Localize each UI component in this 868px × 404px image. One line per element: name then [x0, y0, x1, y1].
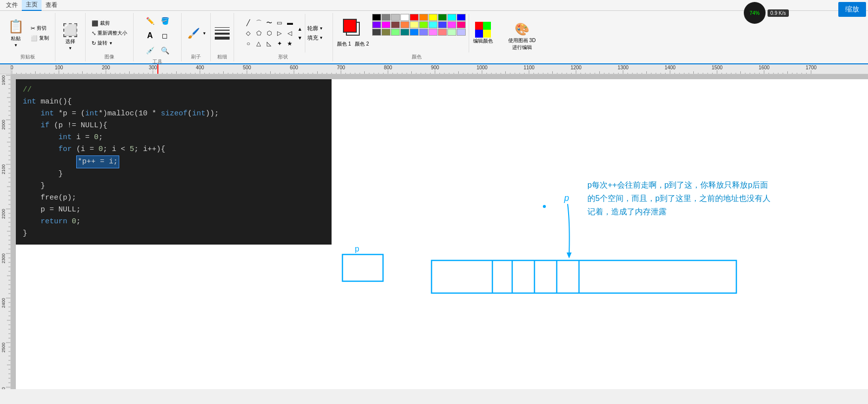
zoom-tool-button[interactable]: 🔍 [158, 44, 172, 57]
text-button[interactable]: A [143, 29, 157, 43]
resize-window-button[interactable]: 缩放 [838, 2, 866, 17]
color-purple[interactable] [372, 21, 381, 28]
code-line-12: } [23, 228, 325, 240]
tri-shape[interactable]: △ [254, 39, 264, 49]
color-blue[interactable] [457, 14, 466, 21]
cut-button[interactable]: ✂剪切 [29, 24, 51, 33]
resize-button[interactable]: ⤡重新调整大小 [90, 29, 129, 38]
color-gray[interactable] [382, 14, 390, 21]
edit-3d-button[interactable]: 🎨 使用图画 3D 进行编辑 [505, 21, 539, 52]
thickness-2[interactable] [215, 30, 230, 31]
p-box [342, 254, 383, 281]
color-darkgray[interactable] [372, 29, 381, 36]
color2-label: 颜色 2 [355, 41, 369, 48]
thickness-1[interactable] [215, 27, 230, 28]
color-lightmagenta[interactable] [447, 21, 456, 28]
select-button[interactable]: ⬜ 选择 ▼ [59, 21, 81, 52]
ribbon-select: ⬜ 选择 ▼ [55, 13, 86, 61]
thickness-4[interactable] [215, 37, 230, 40]
ribbon-shapes: ╱ ⌒ 〜 ▭ ▬ ◇ ⬠ ⬡ ▷ ◁ ○ △ ◺ ✦ ★ ▲ ▼ [234, 13, 333, 61]
curve-shape[interactable]: ⌒ [254, 18, 264, 28]
left-arrow-shape[interactable]: ◁ [285, 28, 295, 38]
canvas-white: // int main(){ int *p = (int*)malloc(10 … [16, 79, 868, 389]
shapes-label: 形状 [278, 52, 288, 60]
scroll-up-shape[interactable]: ▲ [296, 25, 304, 33]
color-lime[interactable] [419, 21, 428, 28]
color-palegreen[interactable] [447, 29, 456, 36]
color-lightpurple[interactable] [429, 29, 437, 36]
color-magenta[interactable] [382, 21, 390, 28]
right-arrow-shape[interactable]: ▷ [275, 28, 285, 38]
color-cyan[interactable] [447, 14, 456, 21]
ribbon: 📋 粘贴 ▼ ✂剪切 ⬜复制 剪贴板 ⬜ 选择 ▼ [0, 11, 868, 64]
rtri-shape[interactable]: ◺ [264, 39, 274, 49]
ribbon-edit3d: 🎨 使用图画 3D 进行编辑 [501, 13, 543, 61]
eraser-button[interactable]: ◻ [158, 29, 172, 43]
crop-button[interactable]: ⬛裁剪 [90, 19, 129, 28]
color-salmon[interactable] [400, 21, 409, 28]
canvas-area[interactable]: // int main(){ int *p = (int*)malloc(10 … [11, 74, 868, 389]
outline-button[interactable]: 轮廓▼ [307, 25, 323, 32]
color-green[interactable] [438, 14, 447, 21]
color-yellow[interactable] [429, 14, 437, 21]
ribbon-colors: 颜色 1 颜色 2 [333, 13, 501, 61]
star5-shape[interactable]: ★ [285, 39, 295, 49]
color-olive[interactable] [382, 29, 390, 36]
color-lightcyan[interactable] [429, 21, 437, 28]
color-lightsalmon[interactable] [438, 29, 447, 36]
color-white[interactable] [400, 14, 409, 21]
color1-label: 颜色 1 [337, 41, 351, 48]
thickness-label: 粗细 [217, 52, 227, 60]
color-orange[interactable] [419, 14, 428, 21]
thickness-3[interactable] [215, 33, 230, 35]
color-lightgreen[interactable] [391, 29, 400, 36]
menu-file[interactable]: 文件 [2, 0, 22, 10]
menu-view[interactable]: 查看 [42, 0, 61, 10]
code-comment: // [23, 84, 325, 96]
edit-color-button[interactable]: 编辑颜色 [473, 22, 493, 45]
color-black[interactable] [372, 14, 381, 21]
color-red[interactable] [410, 14, 419, 21]
horizontal-ruler [11, 64, 868, 74]
fill-button[interactable]: 🪣 [158, 14, 172, 28]
hexagon-shape[interactable]: ⬡ [264, 28, 274, 38]
pentagon-shape[interactable]: ⬠ [254, 28, 264, 38]
color1-swatch[interactable] [343, 19, 357, 33]
color-lightblue[interactable] [410, 29, 419, 36]
vertical-ruler [0, 74, 11, 389]
code-block: // int main(){ int *p = (int*)malloc(10 … [16, 79, 332, 245]
paste-button[interactable]: 📋 粘贴 ▼ [4, 17, 28, 49]
scroll-down-shape[interactable]: ▼ [296, 34, 304, 42]
color-lightyellow[interactable] [410, 21, 419, 28]
p-arrow [568, 204, 570, 255]
copy-button[interactable]: ⬜复制 [29, 34, 51, 43]
menu-bar: 文件 主页 查看 [0, 0, 868, 11]
color-rose[interactable] [457, 21, 466, 28]
color-paleblue[interactable] [457, 29, 466, 36]
ellipse-shape[interactable]: ○ [243, 39, 253, 49]
pencil-button[interactable]: ✏️ [143, 14, 157, 28]
eyedropper-button[interactable]: 💉 [143, 44, 157, 57]
rotate-button[interactable]: ↻旋转 ▼ [90, 39, 129, 48]
p-label-right: p [564, 193, 569, 203]
menu-home[interactable]: 主页 [22, 0, 42, 11]
color-brown[interactable] [391, 21, 400, 28]
rect-shape[interactable]: ▭ [275, 18, 285, 28]
code-line-5: for (i = 0; i < 5; i++){ [23, 144, 325, 155]
code-line-1: int main(){ [23, 96, 325, 108]
brush-button[interactable]: 🖌️ [186, 25, 201, 41]
line-shape[interactable]: ╱ [243, 18, 253, 28]
freeform-shape[interactable]: 〜 [264, 18, 274, 28]
fill-type-button[interactable]: 填充▼ [307, 34, 323, 42]
brush-dropdown[interactable]: ▼ [202, 31, 206, 36]
color-periwinkle[interactable] [419, 29, 428, 36]
color-teal[interactable] [400, 29, 409, 36]
rect2-shape[interactable]: ▬ [285, 18, 295, 28]
star4-shape[interactable]: ✦ [275, 39, 285, 49]
color-silver[interactable] [391, 14, 400, 21]
clipboard-label: 剪贴板 [20, 52, 35, 60]
diamond-shape[interactable]: ◇ [243, 28, 253, 38]
brush-label: 刷子 [191, 52, 201, 60]
ruler-corner [0, 64, 11, 74]
color-medblue[interactable] [438, 21, 447, 28]
